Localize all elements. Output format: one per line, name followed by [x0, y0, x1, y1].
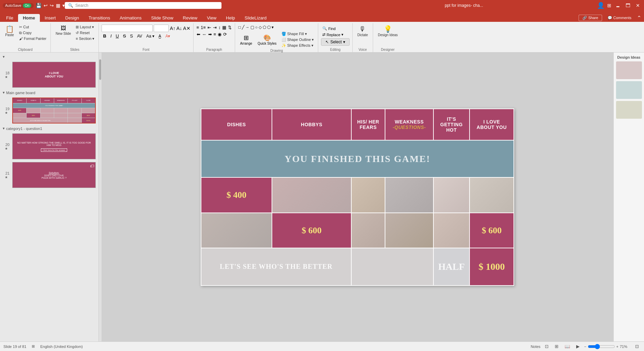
font-color-button[interactable]: A▾	[164, 33, 171, 39]
design-idea-3[interactable]	[616, 101, 642, 119]
collapse-icon-19[interactable]: ▾	[3, 90, 5, 95]
section-button[interactable]: ≡ Section ▾	[74, 36, 96, 41]
autosave-badge[interactable]: AutoSave On	[3, 3, 34, 8]
slide-item-19[interactable]: 19 ★ DISHES HOBBYS HIS/HER WEAKNESS IT'S…	[1, 97, 97, 124]
reading-view-button[interactable]: 📖	[563, 343, 572, 350]
shape-arrow-icon[interactable]: →	[245, 25, 250, 30]
shape-fill-button[interactable]: 🪣 Shape Fill ▾	[280, 31, 316, 36]
save-icon[interactable]: 💾	[36, 3, 42, 8]
strikethrough-button[interactable]: S	[122, 33, 127, 39]
design-idea-1[interactable]	[616, 61, 642, 79]
tab-help[interactable]: Help	[221, 14, 240, 22]
line-spacing-button[interactable]: ↕	[218, 25, 221, 30]
shape-effects-button[interactable]: ✨ Shape Effects ▾	[280, 43, 316, 48]
ribbon-display-icon[interactable]: ⊞	[607, 3, 611, 8]
bold-button[interactable]: B	[102, 33, 107, 39]
slide-item-18[interactable]: 18 ★ I LOVEABOUT YOU	[1, 61, 97, 88]
align-center-button[interactable]: ↔	[202, 31, 207, 37]
title-search-bar[interactable]: 🔍 Search	[65, 2, 221, 9]
collapse-icon-20[interactable]: ▾	[3, 126, 5, 131]
minimize-button[interactable]: 🗕	[614, 3, 622, 8]
money-400-cell[interactable]: $ 400	[201, 177, 272, 213]
columns-button[interactable]: ▦	[222, 25, 227, 30]
shape-outline-button[interactable]: ⬜ Shape Outline ▾	[280, 37, 316, 42]
italic-button[interactable]: I	[109, 33, 113, 39]
cut-button[interactable]: ✂ Cut	[18, 25, 48, 30]
font-size-input[interactable]: 96	[154, 25, 169, 32]
arrange-button[interactable]: ⊞ Arrange	[238, 33, 254, 46]
shape-hexagon-icon[interactable]: ⬡	[267, 25, 271, 30]
select-button[interactable]: ↖ Select ▾	[321, 38, 349, 46]
clear-format-icon[interactable]: A✕	[183, 26, 190, 31]
underline-button[interactable]: U	[114, 33, 120, 39]
layout-button[interactable]: ⊞ Layout ▾	[74, 25, 96, 30]
quick-styles-button[interactable]: 🎨 Quick Styles	[256, 33, 279, 46]
tab-slideshow[interactable]: Slide Show	[146, 14, 178, 22]
find-button[interactable]: 🔍 Find	[321, 26, 337, 31]
increase-font-icon[interactable]: A↑	[170, 26, 175, 31]
tab-transitions[interactable]: Transitions	[84, 14, 115, 22]
slide-sorter-button[interactable]: ⊞	[553, 343, 560, 350]
close-button[interactable]: ✕	[634, 3, 641, 8]
shape-rect-icon[interactable]: □	[238, 25, 241, 30]
fit-to-window-button[interactable]: ⊡	[633, 343, 641, 350]
text-case-button[interactable]: Aa ▾	[145, 33, 156, 39]
outdent-button[interactable]: ⇤	[207, 25, 212, 30]
slide-panel[interactable]: ▾ 18 ★ I LOVEABOUT YOU ▾ Main game board…	[0, 53, 99, 341]
money-600-cell-2[interactable]: $ 600	[470, 213, 514, 248]
align-right-button[interactable]: ➡	[208, 31, 212, 37]
slide-thumb-18[interactable]: I LOVEABOUT YOU	[12, 62, 96, 88]
slide-item-21[interactable]: 21 ★ Solution: DOES DAD LOVEPIZZA WITH G…	[1, 161, 97, 189]
zoom-control[interactable]: − + 71%	[584, 344, 631, 349]
customize-icon[interactable]: ▾	[62, 3, 65, 8]
tab-animations[interactable]: Animations	[115, 14, 146, 22]
slide-item-20[interactable]: 20 ★ NO MATTER HOW STRONG THE SMELL IS, …	[1, 133, 97, 160]
zoom-out-icon[interactable]: −	[584, 345, 586, 349]
copy-button[interactable]: ⧉ Copy	[18, 30, 48, 35]
shape-more-icon[interactable]: ▾	[271, 25, 274, 30]
autosave-state[interactable]: On	[23, 3, 31, 8]
reset-button[interactable]: ↺ Reset	[74, 30, 96, 35]
tab-design[interactable]: Design	[61, 14, 84, 22]
align-left-button[interactable]: ⬅	[196, 31, 201, 37]
decrease-font-icon[interactable]: A↓	[177, 26, 182, 31]
money-600-cell[interactable]: $ 600	[272, 213, 351, 248]
slide-thumb-19[interactable]: DISHES HOBBYS HIS/HER WEAKNESS IT'S HOT …	[12, 98, 96, 123]
dictate-button[interactable]: 🎙 Dictate	[355, 25, 370, 38]
zoom-percent[interactable]: 71%	[620, 345, 631, 349]
tab-slidelizard[interactable]: SlideLizard	[240, 14, 271, 22]
tab-home[interactable]: Home	[18, 14, 40, 22]
zoom-in-icon[interactable]: +	[616, 345, 618, 349]
replace-button[interactable]: ⇄ Replace ▾	[321, 32, 344, 37]
normal-view-button[interactable]: ⊡	[543, 343, 550, 350]
zoom-slider[interactable]	[588, 344, 615, 349]
comments-button[interactable]: 💬 Comments	[605, 15, 634, 21]
shape-circle-icon[interactable]: ○	[255, 25, 258, 30]
notes-button[interactable]: Notes	[531, 345, 540, 349]
restore-button[interactable]: 🗖	[624, 3, 632, 8]
user-avatar[interactable]: 👤	[597, 2, 604, 9]
design-ideas-button[interactable]: 💡 Design Ideas	[376, 25, 400, 38]
money-1000-cell[interactable]: $ 1000	[470, 248, 514, 285]
present-icon[interactable]: ▦	[56, 3, 60, 8]
canvas-area[interactable]: DISHES HOBBYS HIS/ HERFEARS WEAKNESS-QUE…	[102, 53, 613, 341]
char-spacing-button[interactable]: AV	[136, 33, 143, 39]
slide-panel-scrollbar[interactable]	[99, 53, 102, 341]
shape-line-icon[interactable]: ╱	[242, 25, 245, 30]
justify-button[interactable]: ≡	[213, 31, 217, 37]
redo-icon[interactable]: ↪	[50, 3, 54, 8]
numbering-button[interactable]: 1≡	[200, 25, 206, 30]
font-name-input[interactable]	[102, 25, 153, 32]
design-idea-2[interactable]	[616, 81, 642, 99]
bullets-button[interactable]: ≡	[196, 25, 200, 30]
text-direction-button[interactable]: ⇅	[228, 25, 232, 30]
slideshow-button[interactable]: ▶	[574, 343, 581, 350]
shape-rounded-icon[interactable]: ▢	[250, 25, 255, 30]
indent-button[interactable]: ⇥	[213, 25, 217, 30]
tab-view[interactable]: View	[202, 14, 221, 22]
new-slide-button[interactable]: 🖼 New Slide	[53, 25, 73, 36]
tab-review[interactable]: Review	[178, 14, 202, 22]
tab-insert[interactable]: Insert	[40, 14, 61, 22]
tab-file[interactable]: File	[1, 14, 18, 22]
highlight-button[interactable]: A̲	[157, 33, 163, 39]
